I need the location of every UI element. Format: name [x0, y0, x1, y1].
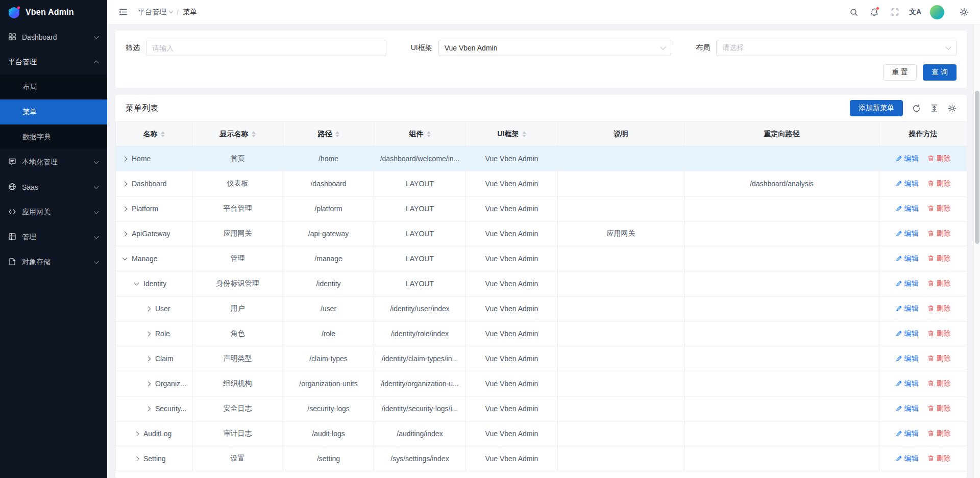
expand-row-icon[interactable] — [134, 431, 139, 436]
expand-row-icon[interactable] — [122, 156, 128, 161]
expand-row-icon[interactable] — [146, 306, 151, 311]
cell-framework: Vue Vben Admin — [466, 296, 558, 321]
delete-button[interactable]: 删除 — [927, 379, 950, 388]
edit-button[interactable]: 编辑 — [896, 254, 919, 263]
breadcrumb-parent[interactable]: 平台管理 — [138, 8, 173, 17]
delete-button[interactable]: 删除 — [927, 179, 950, 188]
expand-row-icon[interactable] — [146, 356, 151, 361]
edit-button[interactable]: 编辑 — [896, 279, 919, 288]
localization-icon — [8, 158, 17, 166]
edit-label: 编辑 — [904, 354, 919, 363]
cell-redirect — [684, 446, 879, 471]
settings-icon[interactable] — [957, 5, 972, 20]
sidebar-item-manage[interactable]: 管理 — [0, 224, 107, 249]
edit-button[interactable]: 编辑 — [896, 154, 919, 163]
cell-framework: Vue Vben Admin — [466, 146, 558, 171]
search-button[interactable]: 查 询 — [923, 64, 957, 81]
collapse-row-icon[interactable] — [122, 256, 128, 261]
cell-redirect — [684, 371, 879, 396]
chevron-down-icon — [94, 234, 99, 239]
cell-display-name: 设置 — [192, 446, 283, 471]
expand-row-icon[interactable] — [122, 231, 128, 236]
ui-framework-select[interactable]: Vue Vben Admin — [438, 40, 672, 56]
user-avatar[interactable] — [930, 5, 944, 19]
delete-button[interactable]: 删除 — [927, 329, 950, 338]
app-logo-area[interactable]: Vben Admin — [0, 0, 107, 24]
edit-button[interactable]: 编辑 — [896, 379, 919, 388]
edit-button[interactable]: 编辑 — [896, 329, 919, 338]
translate-icon[interactable]: 文A — [908, 5, 923, 20]
notification-icon[interactable] — [867, 5, 882, 20]
cell-display-name: 审计日志 — [192, 421, 283, 446]
sort-icons — [161, 131, 165, 137]
cell-path: /home — [283, 146, 374, 171]
column-settings-icon[interactable] — [948, 104, 957, 113]
col-header-framework[interactable]: UI框架 — [466, 122, 558, 146]
sidebar-item-layout[interactable]: 布局 — [0, 74, 107, 99]
collapse-row-icon[interactable] — [134, 281, 139, 286]
layout-select[interactable]: 请选择 — [716, 40, 957, 56]
chevron-down-icon — [169, 9, 173, 13]
edit-button[interactable]: 编辑 — [896, 404, 919, 413]
notification-badge — [876, 7, 879, 10]
cell-redirect — [684, 346, 879, 371]
cell-framework: Vue Vben Admin — [466, 246, 558, 271]
sidebar-item-saas[interactable]: Saas — [0, 174, 107, 199]
sidebar-item-dashboard[interactable]: Dashboard — [0, 24, 107, 49]
search-icon[interactable] — [846, 5, 862, 20]
cell-description — [558, 296, 684, 321]
delete-button[interactable]: 删除 — [927, 454, 950, 463]
reset-button[interactable]: 重 置 — [883, 64, 917, 81]
table-toolbar: 菜单列表 添加新菜单 — [115, 95, 967, 121]
scrollbar-thumb[interactable] — [975, 91, 979, 244]
sidebar-item-platform[interactable]: 平台管理 — [0, 49, 107, 74]
edit-button[interactable]: 编辑 — [896, 179, 919, 188]
edit-button[interactable]: 编辑 — [896, 204, 919, 213]
col-header-name[interactable]: 名称 — [116, 122, 192, 146]
table-row: User 用户 /user /identity/user/index Vue V… — [116, 296, 967, 321]
row-name: AuditLog — [143, 430, 172, 438]
delete-button[interactable]: 删除 — [927, 204, 950, 213]
delete-button[interactable]: 删除 — [927, 254, 950, 263]
add-menu-button[interactable]: 添加新菜单 — [850, 100, 903, 116]
delete-label: 删除 — [936, 329, 950, 338]
cell-path: /organization-units — [283, 371, 374, 396]
expand-row-icon[interactable] — [146, 381, 151, 386]
edit-button[interactable]: 编辑 — [896, 429, 919, 438]
expand-row-icon[interactable] — [146, 331, 151, 336]
delete-button[interactable]: 删除 — [927, 304, 950, 313]
col-header-display-name[interactable]: 显示名称 — [192, 122, 283, 146]
edit-button[interactable]: 编辑 — [896, 304, 919, 313]
filter-input[interactable] — [146, 40, 386, 56]
delete-button[interactable]: 删除 — [927, 154, 950, 163]
collapse-sidebar-icon[interactable] — [115, 5, 131, 20]
col-header-path[interactable]: 路径 — [283, 122, 374, 146]
delete-button[interactable]: 删除 — [927, 229, 950, 238]
expand-row-icon[interactable] — [134, 456, 139, 461]
edit-label: 编辑 — [904, 204, 919, 213]
expand-row-icon[interactable] — [122, 181, 128, 186]
sidebar-item-data-dictionary[interactable]: 数据字典 — [0, 124, 107, 149]
edit-button[interactable]: 编辑 — [896, 354, 919, 363]
manage-icon — [8, 233, 17, 241]
sidebar-item-object-storage[interactable]: 对象存储 — [0, 249, 107, 274]
expand-row-icon[interactable] — [122, 206, 128, 211]
sidebar-item-menu[interactable]: 菜单 — [0, 99, 107, 124]
sidebar-item-api-gateway[interactable]: 应用网关 — [0, 199, 107, 224]
delete-button[interactable]: 删除 — [927, 429, 950, 438]
table-row: Home 首页 /home /dashboard/welcome/in... V… — [116, 146, 967, 171]
cell-path: /setting — [283, 446, 374, 471]
col-header-component[interactable]: 组件 — [374, 122, 466, 146]
row-height-icon[interactable] — [930, 104, 939, 113]
expand-row-icon[interactable] — [146, 406, 151, 411]
fullscreen-icon[interactable] — [887, 5, 902, 20]
page-content: 筛选 UI框架 Vue Vben Admin 布局 请选择 — [107, 24, 980, 478]
refresh-icon[interactable] — [912, 104, 921, 113]
edit-button[interactable]: 编辑 — [896, 229, 919, 238]
sidebar-item-localization[interactable]: 本地化管理 — [0, 149, 107, 174]
delete-button[interactable]: 删除 — [927, 354, 950, 363]
cell-component: LAYOUT — [374, 221, 466, 246]
delete-button[interactable]: 删除 — [927, 404, 950, 413]
edit-button[interactable]: 编辑 — [896, 454, 919, 463]
delete-button[interactable]: 删除 — [927, 279, 950, 288]
